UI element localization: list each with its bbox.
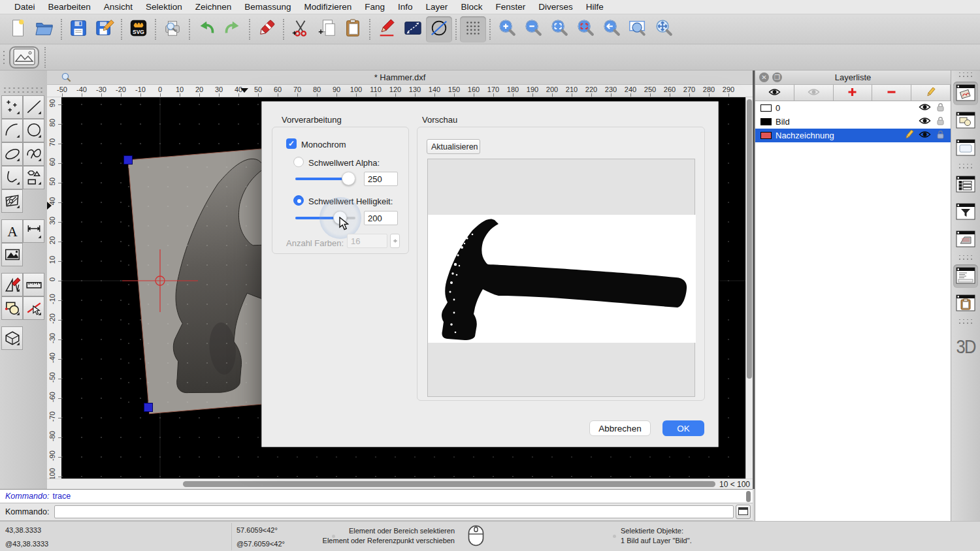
monochrome-checkbox[interactable]: ✓ — [286, 138, 297, 149]
show-all-button[interactable] — [755, 85, 794, 101]
copy-button[interactable] — [314, 16, 340, 42]
menu-item-info[interactable]: Info — [391, 0, 419, 14]
draw-pencil-button[interactable] — [374, 16, 400, 42]
canvas-vertical-scrollbar[interactable] — [745, 97, 753, 479]
selection-handle-bottom-left[interactable] — [144, 403, 153, 412]
layer-visibility-icon[interactable] — [919, 102, 931, 114]
viewport-panel-button[interactable] — [953, 228, 978, 251]
save-button[interactable] — [65, 16, 91, 42]
selection-filter-panel-button[interactable] — [953, 200, 978, 224]
menu-item-block[interactable]: Block — [454, 0, 489, 14]
layer-edit-icon[interactable] — [903, 130, 915, 141]
print-preview-button[interactable] — [159, 16, 186, 42]
add-layer-button[interactable] — [834, 85, 873, 101]
paste-button[interactable] — [340, 16, 366, 42]
menu-item-fenster[interactable]: Fenster — [489, 0, 532, 14]
snap-tool-button[interactable] — [23, 296, 44, 320]
svg-export-button[interactable]: SVG — [125, 16, 152, 42]
menu-item-layer[interactable]: Layer — [419, 0, 455, 14]
alpha-value-field[interactable] — [364, 172, 398, 186]
canvas-horizontal-scrollbar[interactable]: 10 < 100 — [47, 479, 753, 489]
layer-visibility-icon[interactable] — [919, 130, 931, 141]
command-options-button[interactable] — [736, 505, 751, 519]
menu-item-selektion[interactable]: Selektion — [139, 0, 189, 14]
zoom-window-button[interactable] — [625, 16, 651, 42]
zoom-selection-button[interactable] — [572, 16, 598, 42]
menu-item-bearbeiten[interactable]: Bearbeiten — [42, 0, 97, 14]
palette-drag-handle[interactable] — [3, 87, 44, 94]
hatch-tool-button[interactable] — [1, 189, 23, 213]
brightness-slider[interactable] — [295, 217, 355, 219]
polyline-tool-button[interactable] — [1, 166, 23, 189]
command-input[interactable] — [54, 505, 734, 518]
clipboard-panel-panel-button[interactable] — [953, 292, 978, 315]
grid-toggle-button[interactable] — [460, 16, 486, 42]
panel-undock-icon[interactable]: ❐ — [772, 72, 782, 82]
menu-item-zeichnen[interactable]: Zeichnen — [189, 0, 238, 14]
circle-tool-button[interactable] — [23, 119, 44, 142]
layer-list-panel-button[interactable] — [953, 82, 978, 105]
menu-item-ansicht[interactable]: Ansicht — [97, 0, 139, 14]
dimension-tool-button[interactable] — [23, 219, 44, 243]
spline-tool-button[interactable] — [23, 142, 44, 166]
ellipse-tool-button[interactable] — [1, 142, 23, 166]
brightness-value-field[interactable] — [364, 211, 398, 225]
zoom-out-button[interactable] — [520, 16, 546, 42]
command-history[interactable]: Kommando:trace — [0, 489, 753, 503]
open-file-button[interactable] — [31, 16, 57, 42]
text-tool-button[interactable]: A — [1, 219, 23, 243]
cut-button[interactable] — [287, 16, 314, 42]
hide-all-button[interactable] — [794, 85, 834, 101]
alpha-slider-thumb[interactable] — [342, 172, 355, 185]
history-scroll-thumb[interactable] — [746, 491, 751, 502]
ok-button[interactable]: OK — [662, 420, 704, 436]
alpha-radio[interactable] — [293, 157, 304, 167]
points-tool-button[interactable] — [1, 95, 23, 119]
modify-tool-button[interactable] — [1, 296, 23, 320]
pan-button[interactable] — [651, 16, 677, 42]
arc-tool-button[interactable] — [1, 119, 23, 142]
layer-lock-icon[interactable] — [934, 102, 947, 114]
alpha-slider[interactable] — [295, 178, 353, 180]
menu-item-datei[interactable]: Datei — [8, 0, 42, 14]
ruler-tool-button[interactable] — [23, 273, 44, 296]
layer-lock-icon[interactable] — [934, 116, 947, 127]
remove-layer-button[interactable] — [872, 85, 911, 101]
block-list-panel-button[interactable] — [953, 109, 978, 133]
eraser-button[interactable] — [253, 16, 280, 42]
save-as-button[interactable] — [91, 16, 118, 42]
edit-layer-button[interactable] — [911, 85, 951, 101]
toolbar-drag-handle[interactable] — [3, 50, 5, 65]
trace-tool-button[interactable] — [426, 16, 452, 42]
dimension-box-button[interactable] — [400, 16, 426, 42]
brightness-slider-thumb[interactable] — [333, 211, 347, 225]
zoom-previous-button[interactable] — [598, 16, 625, 42]
library-browser-panel-button[interactable] — [953, 173, 978, 197]
redo-button[interactable] — [220, 16, 246, 42]
undo-button[interactable] — [193, 16, 220, 42]
menu-item-diverses[interactable]: Diverses — [532, 0, 580, 14]
menu-item-modifizieren[interactable]: Modifizieren — [298, 0, 359, 14]
refresh-button[interactable]: Aktualisieren — [427, 139, 480, 154]
selection-handle-top-left[interactable] — [124, 156, 133, 165]
image-tool-button[interactable] — [1, 243, 23, 266]
layer-visibility-icon[interactable] — [919, 116, 931, 127]
brightness-radio[interactable] — [293, 195, 304, 206]
view-list-panel-button[interactable] — [953, 136, 978, 160]
layer-row-nachzeichnung[interactable]: Nachzeichnung — [755, 129, 951, 142]
panel-close-icon[interactable]: ✕ — [759, 72, 769, 82]
menu-item-fang[interactable]: Fang — [358, 0, 391, 14]
solid-tool-button[interactable] — [1, 326, 23, 350]
zoom-auto-button[interactable] — [546, 16, 572, 42]
menu-item-hilfe[interactable]: Hilfe — [580, 0, 610, 14]
menu-item-bemassung[interactable]: Bemassung — [238, 0, 297, 14]
shape-tool-button[interactable] — [23, 166, 44, 189]
cad-tools-button[interactable] — [1, 273, 23, 296]
command-history-panel-button[interactable] — [953, 264, 978, 288]
v-scroll-thumb[interactable] — [747, 99, 752, 379]
h-scroll-thumb[interactable] — [183, 481, 715, 487]
line-tool-button[interactable] — [23, 95, 44, 119]
zoom-in-button[interactable] — [494, 16, 520, 42]
new-file-button[interactable] — [5, 16, 31, 42]
layer-row-0[interactable]: 0 — [755, 101, 951, 115]
